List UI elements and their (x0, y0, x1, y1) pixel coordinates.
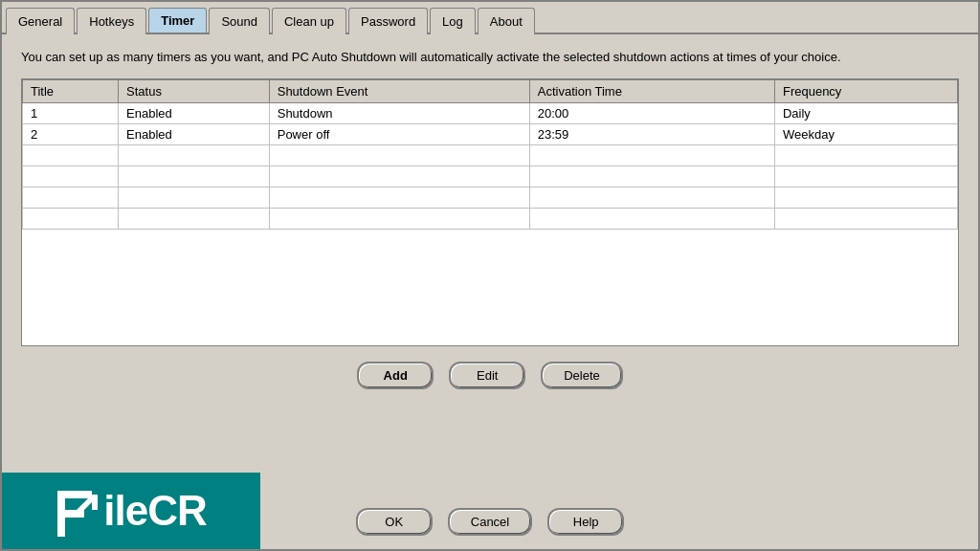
watermark-label: ileCR (103, 487, 206, 535)
col-header-frequency: Frequency (774, 79, 957, 102)
dialog: General Hotkeys Timer Sound Clean up Pas… (0, 0, 980, 551)
timer-table-container: Title Status Shutdown Event Activation T… (21, 78, 959, 346)
row1-status: Enabled (119, 102, 270, 123)
row2-activation-time: 23:59 (529, 123, 774, 144)
watermark: ileCR (2, 473, 260, 549)
content-area: You can set up as many timers as you wan… (2, 34, 978, 414)
row2-title: 2 (23, 123, 119, 144)
table-row-empty (23, 144, 958, 165)
tab-bar: General Hotkeys Timer Sound Clean up Pas… (2, 2, 978, 34)
col-header-status: Status (119, 79, 270, 102)
delete-button[interactable]: Delete (541, 362, 623, 389)
table-row-empty (23, 208, 958, 229)
ok-button[interactable]: OK (356, 508, 433, 536)
row1-frequency: Daily (774, 102, 957, 123)
tab-hotkeys[interactable]: Hotkeys (77, 8, 146, 34)
tab-timer[interactable]: Timer (148, 8, 207, 34)
row2-status: Enabled (119, 123, 270, 144)
row2-shutdown-event: Power off (269, 123, 529, 144)
table-row-empty (23, 187, 958, 208)
add-button[interactable]: Add (357, 362, 434, 389)
cancel-button[interactable]: Cancel (448, 508, 532, 536)
tab-sound[interactable]: Sound (209, 8, 270, 34)
timer-table: Title Status Shutdown Event Activation T… (22, 79, 958, 230)
row1-activation-time: 20:00 (529, 102, 774, 123)
help-button[interactable]: Help (547, 508, 624, 536)
col-header-title: Title (23, 79, 119, 102)
tab-log[interactable]: Log (430, 8, 476, 34)
tab-password[interactable]: Password (348, 8, 428, 34)
row1-shutdown-event: Shutdown (269, 102, 529, 123)
col-header-shutdown-event: Shutdown Event (269, 79, 529, 102)
tab-about[interactable]: About (478, 8, 535, 34)
table-row-empty (23, 165, 958, 187)
row2-frequency: Weekday (774, 123, 957, 144)
table-row[interactable]: 2 Enabled Power off 23:59 Weekday (23, 123, 958, 144)
tab-cleanup[interactable]: Clean up (272, 8, 346, 34)
table-row[interactable]: 1 Enabled Shutdown 20:00 Daily (23, 102, 958, 123)
action-buttons-row: Add Edit Delete (21, 362, 959, 389)
col-header-activation-time: Activation Time (529, 79, 774, 102)
watermark-text: ileCR (56, 481, 206, 540)
tab-general[interactable]: General (6, 8, 75, 34)
edit-button[interactable]: Edit (449, 362, 525, 389)
description-text: You can set up as many timers as you wan… (21, 48, 959, 67)
row1-title: 1 (23, 102, 119, 123)
